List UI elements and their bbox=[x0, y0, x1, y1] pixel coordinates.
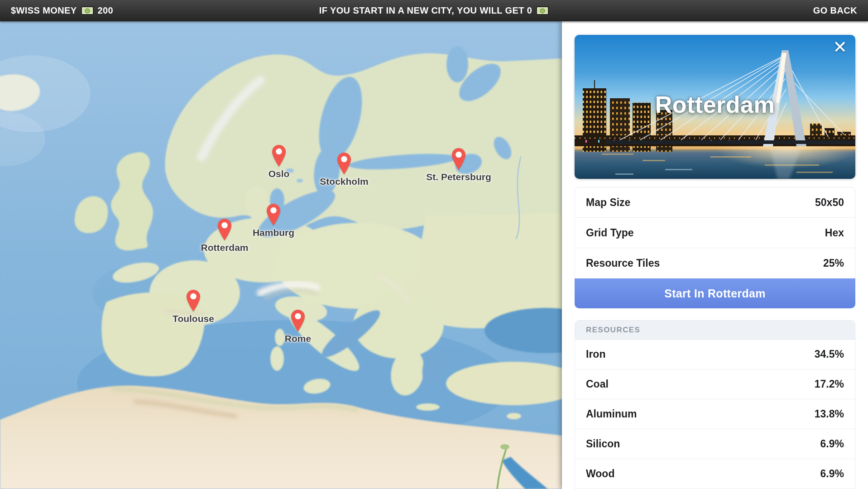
city-label: St. Petersburg bbox=[426, 172, 491, 182]
table-row: Silicon 6.9% bbox=[575, 429, 855, 459]
resources-section: RESOURCES Iron 34.5% Coal 17.2% Aluminum bbox=[575, 320, 855, 489]
resource-value: 34.5% bbox=[815, 348, 844, 360]
resource-value: 6.9% bbox=[820, 468, 844, 480]
go-back-button[interactable]: GO BACK bbox=[813, 0, 857, 21]
money-counter: $WISS MONEY 200 bbox=[11, 0, 113, 21]
map-pin-icon bbox=[186, 289, 201, 312]
map-pin-icon bbox=[337, 152, 351, 175]
map-pin-icon bbox=[272, 144, 286, 167]
city-info-panel: Rotterdam ✕ Map Size 50x50 Grid Type Hex… bbox=[562, 21, 868, 489]
resource-label: Aluminum bbox=[586, 408, 637, 420]
table-row: Grid Type Hex bbox=[575, 218, 855, 248]
map-info-table: Map Size 50x50 Grid Type Hex Resource Ti… bbox=[575, 187, 855, 278]
top-bar: $WISS MONEY 200 IF YOU START IN A NEW CI… bbox=[0, 0, 868, 21]
start-in-city-button[interactable]: Start In Rotterdam bbox=[575, 278, 855, 308]
new-city-message: IF YOU START IN A NEW CITY, YOU WILL GET… bbox=[0, 0, 868, 21]
resource-value: 17.2% bbox=[815, 378, 844, 390]
resource-label: Iron bbox=[586, 348, 605, 360]
info-label: Resource Tiles bbox=[586, 257, 660, 269]
info-value: Hex bbox=[825, 227, 844, 239]
europe-map[interactable]: Oslo Stockholm St. Petersburg bbox=[0, 21, 562, 489]
resource-label: Coal bbox=[586, 378, 609, 390]
resource-label: Wood bbox=[586, 468, 614, 480]
table-row: Map Size 50x50 bbox=[575, 187, 855, 218]
resource-label: Silicon bbox=[586, 438, 620, 450]
table-row: Resource Tiles 25% bbox=[575, 248, 855, 278]
city-label: Hamburg bbox=[253, 227, 294, 238]
city-photo-card: Rotterdam ✕ bbox=[575, 35, 855, 179]
info-label: Map Size bbox=[586, 197, 630, 209]
city-name-title: Rotterdam bbox=[575, 91, 855, 118]
info-value: 25% bbox=[823, 257, 844, 269]
money-amount: 200 bbox=[98, 5, 114, 16]
close-icon[interactable]: ✕ bbox=[833, 38, 847, 56]
map-pin-icon bbox=[291, 309, 305, 332]
table-row: Iron 34.5% bbox=[575, 340, 855, 369]
city-label: Stockholm bbox=[320, 176, 368, 187]
info-label: Grid Type bbox=[586, 227, 634, 239]
resources-list: Iron 34.5% Coal 17.2% Aluminum 13.8% bbox=[575, 340, 855, 489]
resource-value: 6.9% bbox=[820, 438, 844, 450]
new-city-message-text: IF YOU START IN A NEW CITY, YOU WILL GET… bbox=[319, 5, 532, 16]
terrain-map-image bbox=[0, 21, 562, 489]
info-value: 50x50 bbox=[815, 197, 844, 209]
city-label: Toulouse bbox=[173, 313, 214, 324]
table-row: Coal 17.2% bbox=[575, 369, 855, 399]
go-back-label: GO BACK bbox=[813, 5, 857, 16]
resource-value: 13.8% bbox=[815, 408, 844, 420]
map-pin-icon bbox=[451, 148, 466, 170]
city-label: Rotterdam bbox=[201, 242, 248, 253]
game-screen: $WISS MONEY 200 IF YOU START IN A NEW CI… bbox=[0, 0, 868, 489]
table-row: Aluminum 13.8% bbox=[575, 399, 855, 429]
money-label: $WISS MONEY bbox=[11, 5, 77, 16]
city-label: Rome bbox=[285, 333, 311, 344]
map-pin-icon bbox=[217, 218, 232, 241]
map-pin-icon bbox=[266, 203, 281, 226]
resources-header: RESOURCES bbox=[575, 321, 855, 340]
money-icon bbox=[81, 6, 94, 15]
table-row: Wood 6.9% bbox=[575, 459, 855, 489]
money-icon bbox=[536, 6, 549, 15]
city-label: Oslo bbox=[269, 168, 290, 179]
